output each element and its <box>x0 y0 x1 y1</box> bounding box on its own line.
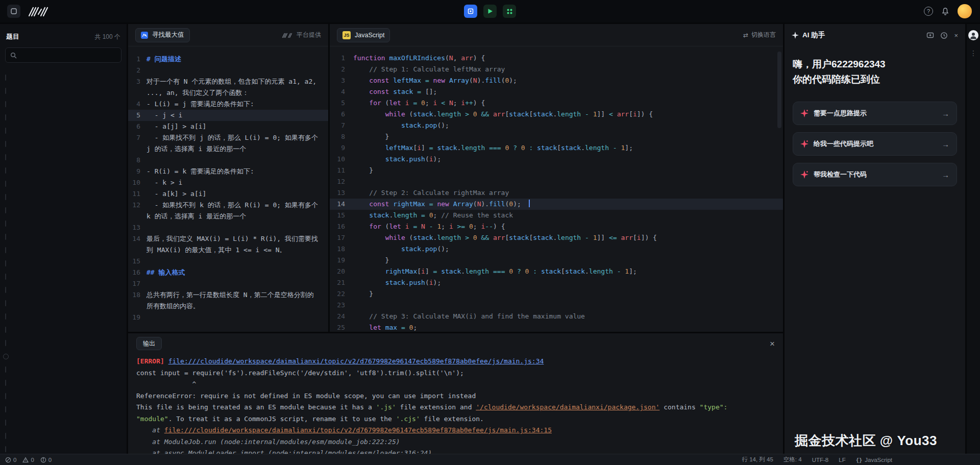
editor-lines[interactable]: 1function maxOfLRIndices(N, arr) {2 // S… <box>330 46 783 332</box>
problem-line[interactable]: 2 <box>128 65 328 76</box>
list-item-placeholder[interactable] <box>0 363 127 376</box>
code-line[interactable]: 1function maxOfLRIndices(N, arr) { <box>330 53 783 64</box>
language-mode[interactable]: {} JavaScript <box>856 457 892 463</box>
warnings-indicator[interactable]: 0 <box>22 457 34 463</box>
problem-line[interactable]: 8 <box>128 155 328 166</box>
list-item-placeholder[interactable] <box>0 204 127 217</box>
code-line[interactable]: 14 const rightMax = new Array(N).fill(0)… <box>330 199 783 210</box>
problem-line[interactable]: 6 - a[j] > a[i] <box>128 121 328 132</box>
problem-line[interactable]: 12 - 如果找不到 k 的话，那么 R(i) = 0; 如果有多个 k 的话，… <box>128 200 328 222</box>
problem-line[interactable]: 11 - a[k] > a[i] <box>128 188 328 200</box>
code-line[interactable]: 11 } <box>330 165 783 176</box>
file-link[interactable]: file:///cloudide/workspace/daimalianxi/t… <box>164 426 552 434</box>
assistant-avatar[interactable] <box>968 30 978 40</box>
code-line[interactable]: 22 } <box>330 288 783 300</box>
problem-lines[interactable]: 1# 问题描述23对于一个有 N 个元素的数组，包含如下的元素 a1, a2, … <box>128 46 328 323</box>
list-item-placeholder[interactable] <box>0 124 127 137</box>
language-button[interactable]: JS JavaScript <box>337 28 390 42</box>
list-item-placeholder[interactable] <box>0 283 127 297</box>
eol-setting[interactable]: LF <box>839 457 845 463</box>
list-item-placeholder[interactable] <box>0 270 127 283</box>
menu-button[interactable] <box>7 5 20 18</box>
output-close-icon[interactable]: × <box>770 339 775 348</box>
code-line[interactable]: 19 } <box>330 255 783 266</box>
code-line[interactable]: 21 stack.push(i); <box>330 277 783 288</box>
encoding-setting[interactable]: UTF-8 <box>812 457 829 463</box>
file-link[interactable]: '/cloudide/workspace/daimalianxi/package… <box>476 403 659 411</box>
list-item-placeholder[interactable] <box>0 97 127 111</box>
code-line[interactable]: 9 leftMax[i] = stack.length === 0 ? 0 : … <box>330 142 783 154</box>
problem-line[interactable]: 9- R(i) = k 需要满足的条件如下: <box>128 166 328 177</box>
list-item-placeholder[interactable] <box>0 336 127 350</box>
new-chat-icon[interactable] <box>926 32 934 39</box>
problem-line[interactable]: 14最后，我们定义 MAX(i) = L(i) * R(i), 我们需要找到 M… <box>128 233 328 256</box>
ai-suggestion-card[interactable]: 需要一点思路提示→ <box>793 102 957 125</box>
problem-title-button[interactable]: 寻找最大值 <box>135 28 190 42</box>
code-line[interactable]: 17 while (stack.length > 0 && arr[stack[… <box>330 232 783 243</box>
code-line[interactable]: 18 stack.pop(); <box>330 243 783 255</box>
list-item-placeholder[interactable] <box>0 310 127 323</box>
debug-button[interactable] <box>464 5 477 18</box>
code-line[interactable]: 3 const leftMax = new Array(N).fill(0); <box>330 75 783 86</box>
code-line[interactable]: 6 while (stack.length > 0 && arr[stack[s… <box>330 109 783 120</box>
help-icon[interactable]: ? <box>924 7 933 16</box>
code-line[interactable]: 25 let max = 0; <box>330 322 783 332</box>
list-item-placeholder[interactable] <box>0 164 127 177</box>
code-line[interactable]: 7 stack.pop(); <box>330 120 783 131</box>
code-line[interactable]: 20 rightMax[i] = stack.length === 0 ? 0 … <box>330 266 783 277</box>
problem-line[interactable]: 4- L(i) = j 需要满足的条件如下: <box>128 99 328 110</box>
indentation-setting[interactable]: 空格: 4 <box>783 456 802 463</box>
code-line[interactable]: 12 <box>330 176 783 187</box>
file-link[interactable]: file:///cloudide/workspace/daimalianxi/t… <box>168 357 544 365</box>
info-indicator[interactable]: 0 <box>40 457 52 463</box>
list-item-placeholder[interactable] <box>0 177 127 190</box>
code-line[interactable]: 23 <box>330 300 783 311</box>
problem-line[interactable]: 13 <box>128 222 328 233</box>
code-line[interactable]: 10 stack.push(i); <box>330 154 783 165</box>
errors-indicator[interactable]: 0 <box>5 457 16 463</box>
list-item-placeholder[interactable] <box>0 84 127 97</box>
code-line[interactable]: 13 // Step 2: Calculate rightMax array <box>330 187 783 199</box>
more-options-icon[interactable]: ⋮ <box>970 50 977 57</box>
editor-scrollbar[interactable] <box>777 52 781 128</box>
switch-language-button[interactable]: ⇄ 切换语言 <box>743 31 776 39</box>
list-item-placeholder[interactable] <box>0 429 127 443</box>
code-line[interactable]: 15 stack.length = 0; // Reuse the stack <box>330 210 783 221</box>
problem-line[interactable]: 19 <box>128 312 328 323</box>
code-line[interactable]: 16 for (let i = N - 1; i >= 0; i--) { <box>330 221 783 232</box>
problem-line[interactable]: 16## 输入格式 <box>128 267 328 278</box>
code-line[interactable]: 2 // Step 1: Calculate leftMax array <box>330 64 783 75</box>
history-icon[interactable] <box>940 32 948 39</box>
problem-line[interactable]: 10 - k > i <box>128 177 328 188</box>
list-item-placeholder[interactable] <box>0 217 127 230</box>
code-line[interactable]: 8 } <box>330 131 783 142</box>
list-item-placeholder[interactable] <box>0 257 127 270</box>
list-item-placeholder[interactable] <box>0 350 127 363</box>
ai-close-icon[interactable]: × <box>954 32 958 39</box>
ai-suggestion-card[interactable]: 给我一些代码提示吧→ <box>793 132 957 156</box>
cursor-position[interactable]: 行 14, 列 45 <box>742 456 773 463</box>
list-item-placeholder[interactable] <box>0 376 127 389</box>
list-item-placeholder[interactable] <box>0 403 127 416</box>
problem-line[interactable]: 5 - j < i <box>128 110 328 121</box>
list-item-placeholder[interactable] <box>0 416 127 429</box>
code-line[interactable]: 4 const stack = []; <box>330 86 783 97</box>
list-item-placeholder[interactable] <box>0 243 127 257</box>
search-box[interactable] <box>5 47 121 63</box>
output-tab[interactable]: 输出 <box>136 337 162 350</box>
code-line[interactable]: 5 for (let i = 0; i < N; i++) { <box>330 97 783 109</box>
bell-icon[interactable] <box>941 7 949 15</box>
list-item-placeholder[interactable] <box>0 230 127 243</box>
list-item-placeholder[interactable] <box>0 323 127 336</box>
code-line[interactable]: 24 // Step 3: Calculate MAX(i) and find … <box>330 311 783 322</box>
run-button[interactable] <box>483 5 497 18</box>
search-input[interactable] <box>20 52 116 59</box>
problem-line[interactable]: 17 <box>128 278 328 289</box>
list-item-placeholder[interactable] <box>0 297 127 310</box>
list-item-placeholder[interactable] <box>0 190 127 204</box>
ai-suggestion-card[interactable]: 帮我检查一下代码→ <box>793 163 957 186</box>
list-item-placeholder[interactable] <box>0 111 127 124</box>
problem-line[interactable]: 18总共有两行，第一行是数组长度 N，第二个是空格分割的所有数组的内容。 <box>128 289 328 312</box>
test-button[interactable] <box>503 5 516 18</box>
user-avatar[interactable] <box>958 4 972 18</box>
